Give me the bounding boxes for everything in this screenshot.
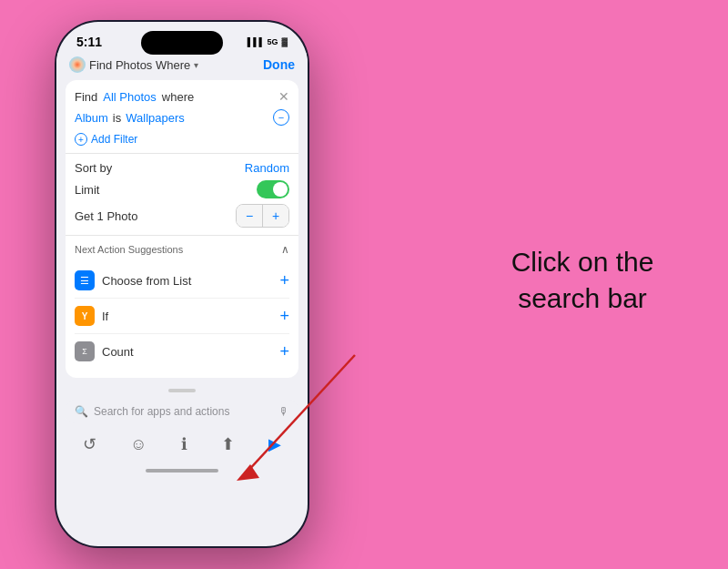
info-icon[interactable]: ℹ [181,434,187,454]
mic-icon[interactable]: 🎙 [278,405,289,418]
minus-icon: − [278,112,284,123]
list-icon: ☰ [75,270,95,290]
phone-screen: 5:11 ▌▌▌ 5G ▓ Find Photos Where ▾ Done F… [56,22,308,546]
home-indicator [146,469,218,472]
add-icon: + [75,133,87,146]
find-label: Find [75,90,97,104]
sort-row: Sort by Random [75,161,289,175]
find-row: Find All Photos where ✕ [75,89,289,104]
search-placeholder: Search for apps and actions [94,405,273,418]
add-filter-button[interactable]: + Add Filter [75,133,289,146]
stepper-minus-button[interactable]: − [237,205,262,227]
status-time: 5:11 [76,35,102,49]
filter-row: Album is Wallpapers − [75,109,289,126]
limit-label: Limit [75,183,99,197]
all-photos-button[interactable]: All Photos [103,90,157,104]
wallpapers-filter[interactable]: Wallpapers [126,111,185,125]
instruction-bold: search bar [518,283,647,313]
if-icon: Y [75,306,95,326]
add-suggestion-2-button[interactable]: + [279,307,289,326]
next-actions-title: Next Action Suggestions [75,244,183,255]
get-photo-label: Get 1 Photo [75,209,137,223]
done-button[interactable]: Done [263,57,295,72]
suggestion-name-1: Choose from List [102,274,279,288]
where-label: where [162,90,194,104]
chevron-down-icon: ▾ [194,60,198,70]
header-bar: Find Photos Where ▾ Done [56,53,308,80]
undo-icon[interactable]: ↺ [83,434,96,454]
suggestion-name-2: If [102,310,279,323]
share-icon[interactable]: ⬆ [221,434,235,454]
signal-icon: ▌▌▌ 5G [248,37,278,46]
is-label: is [113,111,121,125]
header-title-area: Find Photos Where ▾ [69,56,198,73]
sort-label: Sort by [75,161,112,175]
battery-icon: ▓ [281,37,288,46]
add-suggestion-1-button[interactable]: + [279,271,289,290]
suggestion-item-1[interactable]: ☰ Choose from List + [75,263,289,299]
search-icon: 🔍 [75,405,88,418]
suggestion-item-2[interactable]: Y If + [75,299,289,334]
play-button[interactable]: ▶ [268,434,281,454]
remove-filter-button[interactable]: − [273,109,289,126]
album-filter[interactable]: Album [75,111,108,125]
stepper-plus-button[interactable]: + [263,205,288,227]
suggestion-name-3: Count [102,345,279,359]
instruction-normal: Click on the [511,247,654,277]
status-icons: ▌▌▌ 5G ▓ [248,37,288,46]
limit-toggle[interactable] [257,180,289,198]
next-actions-header: Next Action Suggestions ∧ [75,243,289,256]
quantity-stepper: − + [236,204,289,228]
add-suggestion-3-button[interactable]: + [279,342,289,361]
bottom-toolbar: ↺ ☺ ℹ ⬆ ▶ [56,427,308,469]
instruction-text: Click on the search bar [478,244,687,318]
add-filter-label: Add Filter [91,133,137,146]
divider-2 [66,235,298,236]
header-title-text: Find Photos Where [89,58,190,72]
limit-row: Limit [75,180,289,198]
divider-1 [66,153,298,154]
close-icon[interactable]: ✕ [278,89,289,104]
phone-shell: 5:11 ▌▌▌ 5G ▓ Find Photos Where ▾ Done F… [55,20,309,548]
count-icon: Σ [75,341,95,361]
get-photo-row: Get 1 Photo − + [75,204,289,228]
drag-indicator [168,389,196,392]
content-card: Find All Photos where ✕ Album is Wallpap… [66,80,298,378]
emoji-icon[interactable]: ☺ [130,435,147,454]
search-bar[interactable]: 🔍 Search for apps and actions 🎙 [66,400,298,423]
sort-value-button[interactable]: Random [245,161,289,175]
chevron-up-icon[interactable]: ∧ [281,243,289,256]
photos-icon [69,56,86,73]
dynamic-island [141,31,223,55]
suggestion-item-3[interactable]: Σ Count + [75,334,289,369]
